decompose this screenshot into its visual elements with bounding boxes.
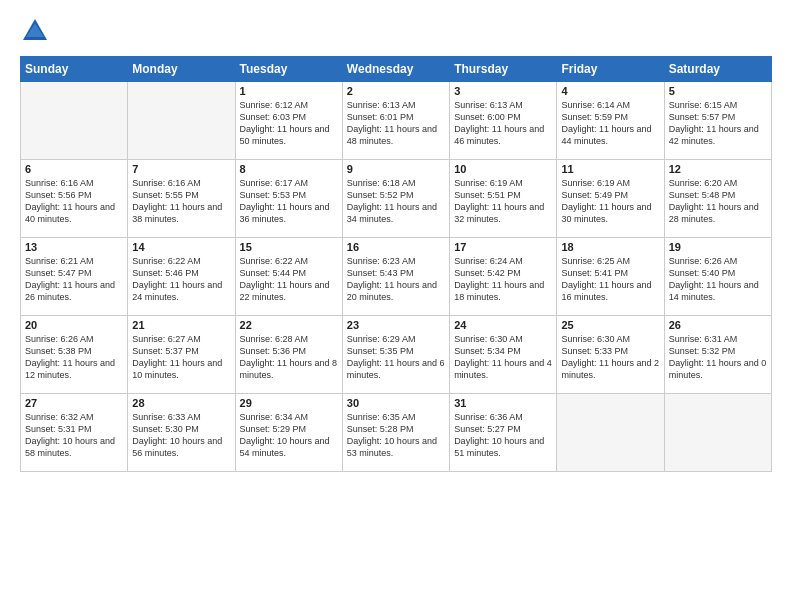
calendar-week-row: 27Sunrise: 6:32 AMSunset: 5:31 PMDayligh… — [21, 394, 772, 472]
day-number: 25 — [561, 319, 659, 331]
calendar-cell: 4Sunrise: 6:14 AMSunset: 5:59 PMDaylight… — [557, 82, 664, 160]
calendar-cell — [557, 394, 664, 472]
cell-info: Sunrise: 6:21 AMSunset: 5:47 PMDaylight:… — [25, 255, 123, 304]
cell-info: Sunrise: 6:30 AMSunset: 5:33 PMDaylight:… — [561, 333, 659, 382]
calendar-cell: 7Sunrise: 6:16 AMSunset: 5:55 PMDaylight… — [128, 160, 235, 238]
calendar-cell: 11Sunrise: 6:19 AMSunset: 5:49 PMDayligh… — [557, 160, 664, 238]
weekday-header: Sunday — [21, 57, 128, 82]
cell-info: Sunrise: 6:33 AMSunset: 5:30 PMDaylight:… — [132, 411, 230, 460]
cell-info: Sunrise: 6:35 AMSunset: 5:28 PMDaylight:… — [347, 411, 445, 460]
cell-info: Sunrise: 6:14 AMSunset: 5:59 PMDaylight:… — [561, 99, 659, 148]
day-number: 18 — [561, 241, 659, 253]
weekday-header: Tuesday — [235, 57, 342, 82]
calendar-week-row: 6Sunrise: 6:16 AMSunset: 5:56 PMDaylight… — [21, 160, 772, 238]
cell-info: Sunrise: 6:30 AMSunset: 5:34 PMDaylight:… — [454, 333, 552, 382]
day-number: 19 — [669, 241, 767, 253]
calendar-cell — [21, 82, 128, 160]
calendar-table: SundayMondayTuesdayWednesdayThursdayFrid… — [20, 56, 772, 472]
page: SundayMondayTuesdayWednesdayThursdayFrid… — [0, 0, 792, 612]
cell-info: Sunrise: 6:19 AMSunset: 5:49 PMDaylight:… — [561, 177, 659, 226]
calendar-cell — [664, 394, 771, 472]
day-number: 13 — [25, 241, 123, 253]
calendar-cell: 27Sunrise: 6:32 AMSunset: 5:31 PMDayligh… — [21, 394, 128, 472]
day-number: 6 — [25, 163, 123, 175]
calendar-cell: 22Sunrise: 6:28 AMSunset: 5:36 PMDayligh… — [235, 316, 342, 394]
weekday-header: Thursday — [450, 57, 557, 82]
day-number: 3 — [454, 85, 552, 97]
day-number: 5 — [669, 85, 767, 97]
cell-info: Sunrise: 6:36 AMSunset: 5:27 PMDaylight:… — [454, 411, 552, 460]
cell-info: Sunrise: 6:23 AMSunset: 5:43 PMDaylight:… — [347, 255, 445, 304]
calendar-cell: 23Sunrise: 6:29 AMSunset: 5:35 PMDayligh… — [342, 316, 449, 394]
day-number: 22 — [240, 319, 338, 331]
calendar-cell: 17Sunrise: 6:24 AMSunset: 5:42 PMDayligh… — [450, 238, 557, 316]
day-number: 30 — [347, 397, 445, 409]
cell-info: Sunrise: 6:17 AMSunset: 5:53 PMDaylight:… — [240, 177, 338, 226]
calendar-cell: 12Sunrise: 6:20 AMSunset: 5:48 PMDayligh… — [664, 160, 771, 238]
cell-info: Sunrise: 6:26 AMSunset: 5:40 PMDaylight:… — [669, 255, 767, 304]
cell-info: Sunrise: 6:31 AMSunset: 5:32 PMDaylight:… — [669, 333, 767, 382]
day-number: 7 — [132, 163, 230, 175]
calendar-header-row: SundayMondayTuesdayWednesdayThursdayFrid… — [21, 57, 772, 82]
calendar-cell: 18Sunrise: 6:25 AMSunset: 5:41 PMDayligh… — [557, 238, 664, 316]
cell-info: Sunrise: 6:22 AMSunset: 5:46 PMDaylight:… — [132, 255, 230, 304]
calendar-cell: 1Sunrise: 6:12 AMSunset: 6:03 PMDaylight… — [235, 82, 342, 160]
cell-info: Sunrise: 6:20 AMSunset: 5:48 PMDaylight:… — [669, 177, 767, 226]
cell-info: Sunrise: 6:22 AMSunset: 5:44 PMDaylight:… — [240, 255, 338, 304]
calendar-cell: 30Sunrise: 6:35 AMSunset: 5:28 PMDayligh… — [342, 394, 449, 472]
calendar-cell: 15Sunrise: 6:22 AMSunset: 5:44 PMDayligh… — [235, 238, 342, 316]
day-number: 20 — [25, 319, 123, 331]
day-number: 12 — [669, 163, 767, 175]
cell-info: Sunrise: 6:32 AMSunset: 5:31 PMDaylight:… — [25, 411, 123, 460]
day-number: 2 — [347, 85, 445, 97]
cell-info: Sunrise: 6:15 AMSunset: 5:57 PMDaylight:… — [669, 99, 767, 148]
cell-info: Sunrise: 6:12 AMSunset: 6:03 PMDaylight:… — [240, 99, 338, 148]
calendar-cell: 20Sunrise: 6:26 AMSunset: 5:38 PMDayligh… — [21, 316, 128, 394]
calendar-week-row: 1Sunrise: 6:12 AMSunset: 6:03 PMDaylight… — [21, 82, 772, 160]
day-number: 11 — [561, 163, 659, 175]
calendar-cell: 9Sunrise: 6:18 AMSunset: 5:52 PMDaylight… — [342, 160, 449, 238]
calendar-cell: 14Sunrise: 6:22 AMSunset: 5:46 PMDayligh… — [128, 238, 235, 316]
cell-info: Sunrise: 6:34 AMSunset: 5:29 PMDaylight:… — [240, 411, 338, 460]
day-number: 24 — [454, 319, 552, 331]
weekday-header: Saturday — [664, 57, 771, 82]
cell-info: Sunrise: 6:25 AMSunset: 5:41 PMDaylight:… — [561, 255, 659, 304]
cell-info: Sunrise: 6:16 AMSunset: 5:56 PMDaylight:… — [25, 177, 123, 226]
calendar-cell: 6Sunrise: 6:16 AMSunset: 5:56 PMDaylight… — [21, 160, 128, 238]
cell-info: Sunrise: 6:28 AMSunset: 5:36 PMDaylight:… — [240, 333, 338, 382]
calendar-cell: 19Sunrise: 6:26 AMSunset: 5:40 PMDayligh… — [664, 238, 771, 316]
cell-info: Sunrise: 6:27 AMSunset: 5:37 PMDaylight:… — [132, 333, 230, 382]
day-number: 10 — [454, 163, 552, 175]
calendar-cell: 26Sunrise: 6:31 AMSunset: 5:32 PMDayligh… — [664, 316, 771, 394]
calendar-cell: 21Sunrise: 6:27 AMSunset: 5:37 PMDayligh… — [128, 316, 235, 394]
day-number: 4 — [561, 85, 659, 97]
calendar-week-row: 13Sunrise: 6:21 AMSunset: 5:47 PMDayligh… — [21, 238, 772, 316]
calendar-cell: 8Sunrise: 6:17 AMSunset: 5:53 PMDaylight… — [235, 160, 342, 238]
day-number: 28 — [132, 397, 230, 409]
logo — [20, 16, 54, 46]
calendar-cell: 16Sunrise: 6:23 AMSunset: 5:43 PMDayligh… — [342, 238, 449, 316]
weekday-header: Wednesday — [342, 57, 449, 82]
logo-icon — [20, 16, 50, 46]
weekday-header: Monday — [128, 57, 235, 82]
calendar-cell: 28Sunrise: 6:33 AMSunset: 5:30 PMDayligh… — [128, 394, 235, 472]
calendar-cell: 31Sunrise: 6:36 AMSunset: 5:27 PMDayligh… — [450, 394, 557, 472]
cell-info: Sunrise: 6:13 AMSunset: 6:00 PMDaylight:… — [454, 99, 552, 148]
day-number: 21 — [132, 319, 230, 331]
day-number: 17 — [454, 241, 552, 253]
calendar-cell: 25Sunrise: 6:30 AMSunset: 5:33 PMDayligh… — [557, 316, 664, 394]
calendar-week-row: 20Sunrise: 6:26 AMSunset: 5:38 PMDayligh… — [21, 316, 772, 394]
cell-info: Sunrise: 6:24 AMSunset: 5:42 PMDaylight:… — [454, 255, 552, 304]
day-number: 14 — [132, 241, 230, 253]
day-number: 16 — [347, 241, 445, 253]
cell-info: Sunrise: 6:18 AMSunset: 5:52 PMDaylight:… — [347, 177, 445, 226]
cell-info: Sunrise: 6:26 AMSunset: 5:38 PMDaylight:… — [25, 333, 123, 382]
calendar-cell: 10Sunrise: 6:19 AMSunset: 5:51 PMDayligh… — [450, 160, 557, 238]
weekday-header: Friday — [557, 57, 664, 82]
header — [20, 16, 772, 46]
calendar-cell — [128, 82, 235, 160]
day-number: 1 — [240, 85, 338, 97]
day-number: 8 — [240, 163, 338, 175]
cell-info: Sunrise: 6:29 AMSunset: 5:35 PMDaylight:… — [347, 333, 445, 382]
day-number: 29 — [240, 397, 338, 409]
